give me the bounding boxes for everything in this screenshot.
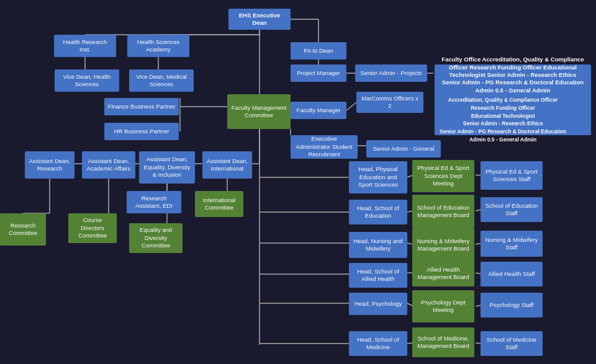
school-ed-staff: School of Education Staff: [481, 197, 543, 222]
project-manager: Project Manager: [291, 64, 346, 82]
vice-dean-health: Vice Dean, Health Sciences: [55, 69, 119, 92]
ehs-executive-dean: EHS Executive Dean: [228, 9, 291, 30]
senior-admin-general: Senior Admin - General: [366, 140, 441, 158]
nursing-midwifery-staff: Nursing & Midwifery Staff: [481, 231, 543, 257]
medicine-management-board: School of Medicine, Management Board: [412, 327, 474, 357]
senior-admin-projects: Senior Admin - Projects: [355, 64, 427, 82]
psychology-staff: Psychology Staff: [481, 293, 543, 317]
asst-dean-edi: Assistant Dean, Equality, Diversity & In…: [139, 151, 195, 184]
faculty-office-title: Faculty Office Accreditation, Quality & …: [440, 56, 586, 94]
pa-to-dean: PA to Dean: [291, 42, 346, 60]
faculty-office: Faculty Office Accreditation, Quality & …: [435, 64, 591, 135]
school-ed-management-board: School of Education Management Board: [412, 195, 474, 228]
psychology-dept-meeting: Psychology Dept Meeting: [412, 290, 474, 322]
head-physical-ed: Head, Physical Education and Sport Scien…: [349, 161, 407, 193]
faculty-management-committee: Faculty Management Committee: [227, 94, 291, 129]
exec-admin-student-recruitment: Executive Administrator Student Recruitm…: [291, 135, 358, 159]
allied-health-management-board: Allied Health Management Board: [412, 260, 474, 286]
marcomms-officers: MarComms Officers x 2: [356, 92, 423, 113]
head-psychology: Head, Psychology: [349, 293, 407, 315]
research-committee: Research Committee: [0, 213, 46, 246]
head-allied-health: Head, School of Allied Health: [349, 263, 407, 288]
phys-ed-dept-meeting: Physical Ed & Sport Sciences Dept Meetin…: [412, 160, 474, 192]
svg-line-17: [346, 102, 356, 110]
finance-business-partner: Finance Business Partner: [104, 98, 179, 115]
hr-business-partner: HR Business Partner: [104, 123, 179, 140]
medicine-staff: School of Medicine Staff: [481, 331, 543, 356]
org-chart: EHS Executive Dean Health Research Inst.…: [0, 0, 596, 364]
head-nursing-midwifery: Head, Nursing and Midwifery: [349, 232, 407, 258]
asst-dean-international: Assistant Dean, International: [202, 151, 252, 179]
asst-dean-academic: Assistant Dean, Academic Affairs: [82, 151, 135, 179]
faculty-manager: Faculty Manager: [291, 102, 346, 119]
health-research-inst: Health Research Inst.: [54, 35, 116, 57]
head-school-education: Head, School of Education: [349, 200, 407, 224]
vice-dean-medical: Vice Dean, Medical Sciences: [129, 69, 194, 92]
nursing-midwifery-management-board: Nursing & Midwifery Management Board: [412, 228, 474, 262]
faculty-office-detail: Accreditation, Quality & Compliance Offi…: [440, 96, 566, 144]
health-sciences-academy: Health Sciences Academy: [127, 35, 189, 57]
equality-diversity-committee: Equality and Diversity Committee: [129, 223, 183, 253]
phys-ed-sport-staff: Physical Ed & Sport Sciences Staff: [481, 161, 543, 190]
asst-dean-research: Assistant Dean, Research: [25, 151, 74, 179]
research-asst-edi: Research Assistant, EDI: [127, 191, 181, 213]
course-directors-committee: Course Directors Committee: [68, 213, 117, 243]
international-committee: International Committee: [195, 191, 243, 217]
head-medicine: Head, School of Medicine: [349, 331, 407, 356]
allied-health-staff: Allied Health Staff: [481, 262, 543, 286]
